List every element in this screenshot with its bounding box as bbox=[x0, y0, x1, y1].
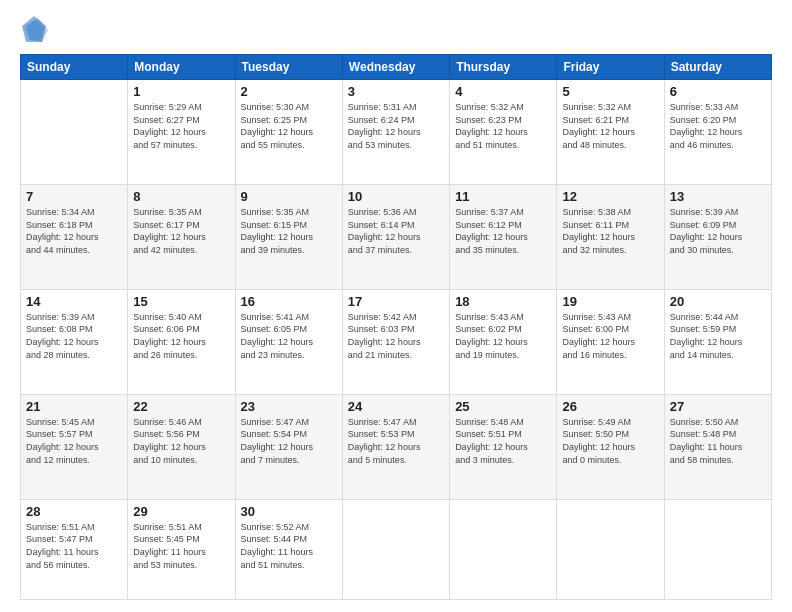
cell-info: Sunrise: 5:47 AM Sunset: 5:53 PM Dayligh… bbox=[348, 416, 444, 466]
day-number: 16 bbox=[241, 294, 337, 309]
cell-info: Sunrise: 5:52 AM Sunset: 5:44 PM Dayligh… bbox=[241, 521, 337, 571]
cell-info: Sunrise: 5:37 AM Sunset: 6:12 PM Dayligh… bbox=[455, 206, 551, 256]
day-number: 23 bbox=[241, 399, 337, 414]
day-number: 10 bbox=[348, 189, 444, 204]
cell-info: Sunrise: 5:43 AM Sunset: 6:02 PM Dayligh… bbox=[455, 311, 551, 361]
day-number: 11 bbox=[455, 189, 551, 204]
calendar-cell bbox=[342, 499, 449, 599]
day-number: 25 bbox=[455, 399, 551, 414]
calendar-cell: 24Sunrise: 5:47 AM Sunset: 5:53 PM Dayli… bbox=[342, 394, 449, 499]
cell-info: Sunrise: 5:45 AM Sunset: 5:57 PM Dayligh… bbox=[26, 416, 122, 466]
calendar-cell: 28Sunrise: 5:51 AM Sunset: 5:47 PM Dayli… bbox=[21, 499, 128, 599]
day-number: 3 bbox=[348, 84, 444, 99]
cell-info: Sunrise: 5:47 AM Sunset: 5:54 PM Dayligh… bbox=[241, 416, 337, 466]
day-number: 9 bbox=[241, 189, 337, 204]
calendar-cell: 5Sunrise: 5:32 AM Sunset: 6:21 PM Daylig… bbox=[557, 80, 664, 185]
calendar-cell: 6Sunrise: 5:33 AM Sunset: 6:20 PM Daylig… bbox=[664, 80, 771, 185]
day-number: 19 bbox=[562, 294, 658, 309]
weekday-header: Thursday bbox=[450, 55, 557, 80]
calendar-cell bbox=[21, 80, 128, 185]
logo bbox=[20, 16, 52, 44]
cell-info: Sunrise: 5:33 AM Sunset: 6:20 PM Dayligh… bbox=[670, 101, 766, 151]
calendar-cell: 19Sunrise: 5:43 AM Sunset: 6:00 PM Dayli… bbox=[557, 289, 664, 394]
calendar-cell: 12Sunrise: 5:38 AM Sunset: 6:11 PM Dayli… bbox=[557, 184, 664, 289]
day-number: 2 bbox=[241, 84, 337, 99]
cell-info: Sunrise: 5:32 AM Sunset: 6:23 PM Dayligh… bbox=[455, 101, 551, 151]
calendar-cell: 26Sunrise: 5:49 AM Sunset: 5:50 PM Dayli… bbox=[557, 394, 664, 499]
calendar-cell: 1Sunrise: 5:29 AM Sunset: 6:27 PM Daylig… bbox=[128, 80, 235, 185]
day-number: 8 bbox=[133, 189, 229, 204]
calendar-cell: 22Sunrise: 5:46 AM Sunset: 5:56 PM Dayli… bbox=[128, 394, 235, 499]
cell-info: Sunrise: 5:31 AM Sunset: 6:24 PM Dayligh… bbox=[348, 101, 444, 151]
calendar-cell: 13Sunrise: 5:39 AM Sunset: 6:09 PM Dayli… bbox=[664, 184, 771, 289]
calendar-cell: 16Sunrise: 5:41 AM Sunset: 6:05 PM Dayli… bbox=[235, 289, 342, 394]
cell-info: Sunrise: 5:48 AM Sunset: 5:51 PM Dayligh… bbox=[455, 416, 551, 466]
calendar-cell: 18Sunrise: 5:43 AM Sunset: 6:02 PM Dayli… bbox=[450, 289, 557, 394]
cell-info: Sunrise: 5:36 AM Sunset: 6:14 PM Dayligh… bbox=[348, 206, 444, 256]
day-number: 1 bbox=[133, 84, 229, 99]
day-number: 28 bbox=[26, 504, 122, 519]
cell-info: Sunrise: 5:29 AM Sunset: 6:27 PM Dayligh… bbox=[133, 101, 229, 151]
day-number: 17 bbox=[348, 294, 444, 309]
calendar-cell: 3Sunrise: 5:31 AM Sunset: 6:24 PM Daylig… bbox=[342, 80, 449, 185]
cell-info: Sunrise: 5:40 AM Sunset: 6:06 PM Dayligh… bbox=[133, 311, 229, 361]
cell-info: Sunrise: 5:39 AM Sunset: 6:08 PM Dayligh… bbox=[26, 311, 122, 361]
calendar-cell: 14Sunrise: 5:39 AM Sunset: 6:08 PM Dayli… bbox=[21, 289, 128, 394]
calendar-cell: 23Sunrise: 5:47 AM Sunset: 5:54 PM Dayli… bbox=[235, 394, 342, 499]
cell-info: Sunrise: 5:38 AM Sunset: 6:11 PM Dayligh… bbox=[562, 206, 658, 256]
weekday-header: Friday bbox=[557, 55, 664, 80]
day-number: 26 bbox=[562, 399, 658, 414]
weekday-header: Sunday bbox=[21, 55, 128, 80]
cell-info: Sunrise: 5:51 AM Sunset: 5:47 PM Dayligh… bbox=[26, 521, 122, 571]
day-number: 24 bbox=[348, 399, 444, 414]
calendar-week-row: 7Sunrise: 5:34 AM Sunset: 6:18 PM Daylig… bbox=[21, 184, 772, 289]
cell-info: Sunrise: 5:35 AM Sunset: 6:15 PM Dayligh… bbox=[241, 206, 337, 256]
header bbox=[20, 16, 772, 44]
cell-info: Sunrise: 5:50 AM Sunset: 5:48 PM Dayligh… bbox=[670, 416, 766, 466]
calendar-cell: 8Sunrise: 5:35 AM Sunset: 6:17 PM Daylig… bbox=[128, 184, 235, 289]
weekday-header: Monday bbox=[128, 55, 235, 80]
calendar-cell: 17Sunrise: 5:42 AM Sunset: 6:03 PM Dayli… bbox=[342, 289, 449, 394]
day-number: 20 bbox=[670, 294, 766, 309]
day-number: 27 bbox=[670, 399, 766, 414]
calendar-cell: 29Sunrise: 5:51 AM Sunset: 5:45 PM Dayli… bbox=[128, 499, 235, 599]
cell-info: Sunrise: 5:42 AM Sunset: 6:03 PM Dayligh… bbox=[348, 311, 444, 361]
page: SundayMondayTuesdayWednesdayThursdayFrid… bbox=[0, 0, 792, 612]
calendar-cell: 21Sunrise: 5:45 AM Sunset: 5:57 PM Dayli… bbox=[21, 394, 128, 499]
cell-info: Sunrise: 5:51 AM Sunset: 5:45 PM Dayligh… bbox=[133, 521, 229, 571]
calendar-week-row: 21Sunrise: 5:45 AM Sunset: 5:57 PM Dayli… bbox=[21, 394, 772, 499]
day-number: 4 bbox=[455, 84, 551, 99]
cell-info: Sunrise: 5:44 AM Sunset: 5:59 PM Dayligh… bbox=[670, 311, 766, 361]
calendar-cell: 11Sunrise: 5:37 AM Sunset: 6:12 PM Dayli… bbox=[450, 184, 557, 289]
cell-info: Sunrise: 5:32 AM Sunset: 6:21 PM Dayligh… bbox=[562, 101, 658, 151]
day-number: 7 bbox=[26, 189, 122, 204]
calendar-cell bbox=[557, 499, 664, 599]
logo-icon bbox=[20, 16, 48, 44]
cell-info: Sunrise: 5:41 AM Sunset: 6:05 PM Dayligh… bbox=[241, 311, 337, 361]
cell-info: Sunrise: 5:43 AM Sunset: 6:00 PM Dayligh… bbox=[562, 311, 658, 361]
cell-info: Sunrise: 5:49 AM Sunset: 5:50 PM Dayligh… bbox=[562, 416, 658, 466]
cell-info: Sunrise: 5:46 AM Sunset: 5:56 PM Dayligh… bbox=[133, 416, 229, 466]
weekday-header: Saturday bbox=[664, 55, 771, 80]
day-number: 6 bbox=[670, 84, 766, 99]
weekday-header: Wednesday bbox=[342, 55, 449, 80]
calendar-cell: 7Sunrise: 5:34 AM Sunset: 6:18 PM Daylig… bbox=[21, 184, 128, 289]
calendar-week-row: 28Sunrise: 5:51 AM Sunset: 5:47 PM Dayli… bbox=[21, 499, 772, 599]
svg-marker-3 bbox=[22, 16, 46, 42]
day-number: 30 bbox=[241, 504, 337, 519]
calendar-cell: 2Sunrise: 5:30 AM Sunset: 6:25 PM Daylig… bbox=[235, 80, 342, 185]
day-number: 29 bbox=[133, 504, 229, 519]
day-number: 18 bbox=[455, 294, 551, 309]
calendar-table: SundayMondayTuesdayWednesdayThursdayFrid… bbox=[20, 54, 772, 600]
calendar-cell: 25Sunrise: 5:48 AM Sunset: 5:51 PM Dayli… bbox=[450, 394, 557, 499]
calendar-week-row: 1Sunrise: 5:29 AM Sunset: 6:27 PM Daylig… bbox=[21, 80, 772, 185]
day-number: 22 bbox=[133, 399, 229, 414]
calendar-week-row: 14Sunrise: 5:39 AM Sunset: 6:08 PM Dayli… bbox=[21, 289, 772, 394]
calendar-cell: 27Sunrise: 5:50 AM Sunset: 5:48 PM Dayli… bbox=[664, 394, 771, 499]
day-number: 5 bbox=[562, 84, 658, 99]
day-number: 13 bbox=[670, 189, 766, 204]
weekday-header: Tuesday bbox=[235, 55, 342, 80]
day-number: 12 bbox=[562, 189, 658, 204]
cell-info: Sunrise: 5:34 AM Sunset: 6:18 PM Dayligh… bbox=[26, 206, 122, 256]
calendar-cell: 20Sunrise: 5:44 AM Sunset: 5:59 PM Dayli… bbox=[664, 289, 771, 394]
